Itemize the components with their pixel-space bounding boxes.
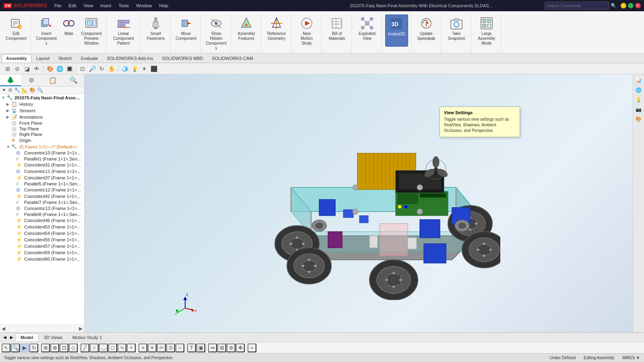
menu-insert[interactable]: Insert: [97, 2, 115, 9]
bt-linear-pattern-bt[interactable]: ⊞: [217, 343, 226, 352]
large-assembly-mode-button[interactable]: Large Assembly Mode: [475, 14, 499, 47]
tree-coincident31[interactable]: ⚡ Coincident31 (Frame 1<1>...: [0, 162, 84, 168]
zoom-in-button[interactable]: 🔎: [88, 64, 97, 73]
view-orientation-button[interactable]: ⊞: [3, 64, 12, 73]
tab-solidworks-cam[interactable]: SOLIDWORKS CAM: [208, 55, 257, 62]
insert-components-button[interactable]: Insert Components: [34, 14, 58, 47]
3d-viewport[interactable]: Y X Z View Settings Toggle various view …: [85, 74, 633, 332]
bt-point[interactable]: •: [127, 343, 136, 352]
tree-coincident57[interactable]: ⚡ Coincident57 (Frame 1<1>...: [0, 243, 84, 249]
minimize-button[interactable]: ─: [621, 3, 626, 8]
tree-coincident46[interactable]: ⚡ Coincident46 (Frame 1<1>...: [0, 217, 84, 224]
lp-tab-search[interactable]: 🔍: [63, 74, 84, 86]
menu-tools[interactable]: Tools: [116, 2, 132, 9]
tree-concentric11[interactable]: ⊙ Concentric11 (Frame 1<1>...: [0, 168, 84, 175]
update-speedpak-button[interactable]: Update Speedpak: [414, 14, 438, 47]
bt-cursor[interactable]: ▶: [20, 343, 29, 352]
new-motion-study-button[interactable]: New Motion Study: [295, 14, 319, 47]
tab-sketch[interactable]: Sketch: [54, 55, 76, 62]
bt-snap4[interactable]: ◇: [69, 343, 78, 352]
tree-coincident59[interactable]: ⚡ Coincident59 (Frame 1<1>...: [0, 249, 84, 256]
apply-scene-button[interactable]: 🌐: [55, 64, 64, 73]
status-units[interactable]: MMGS ▼: [622, 356, 640, 360]
ambient-occlusion-button[interactable]: ⬛: [149, 64, 158, 73]
tab-solidworks-addins[interactable]: SOLIDWORKS Add-Ins: [103, 55, 157, 62]
tree-parallel7[interactable]: // Parallel7 (Frame 1<1>,Sen...: [0, 200, 84, 205]
bt-construction[interactable]: ⌁: [248, 343, 256, 352]
tree-coincident37[interactable]: ⚡ Coincident37 (Frame 1<1>...: [0, 175, 84, 181]
rs-cameras[interactable]: 📷: [634, 105, 643, 114]
bt-offset[interactable]: ⊙: [166, 343, 175, 352]
pan-view-button[interactable]: ✋: [107, 64, 116, 73]
rotate-view-button[interactable]: ↻: [97, 64, 106, 73]
tree-item-origin[interactable]: ✛ Origin: [0, 137, 84, 144]
bt-select[interactable]: ↖: [2, 343, 10, 352]
bt-rect[interactable]: □: [108, 343, 117, 352]
shadows-button[interactable]: ☀: [140, 64, 149, 73]
tree-item-front-plane[interactable]: ⬜ Front Plane: [0, 120, 84, 126]
bt-convert[interactable]: ↔: [175, 343, 184, 352]
linear-component-pattern-button[interactable]: Linear Component Pattern: [109, 14, 138, 47]
edit-appearance-button[interactable]: 🎨: [45, 64, 54, 73]
tree-scroll-right[interactable]: ▶: [79, 326, 83, 331]
bt-relations[interactable]: ≡: [148, 343, 157, 352]
menu-help[interactable]: Help: [156, 2, 171, 9]
lp-tab-clipboard[interactable]: 📋: [42, 74, 63, 86]
bt-snap3[interactable]: ⊡: [60, 343, 68, 352]
move-component-button[interactable]: Move Component: [174, 14, 198, 47]
tree-scroll-left[interactable]: ◀: [2, 326, 5, 331]
bt-circular-pattern[interactable]: ⊛: [227, 343, 235, 352]
bill-of-materials-button[interactable]: Bill of Materials: [325, 14, 349, 47]
maximize-button[interactable]: □: [628, 3, 634, 8]
lp-tab-tree[interactable]: 🌲: [0, 74, 21, 86]
menu-edit[interactable]: Edit: [66, 2, 80, 9]
tab-assembly[interactable]: Assembly: [2, 54, 31, 62]
assembly-features-button[interactable]: Assembly Features: [234, 14, 258, 47]
bt-text[interactable]: T: [187, 343, 196, 352]
btab-3dviews[interactable]: 3D Views: [39, 334, 67, 341]
tree-item-right-plane[interactable]: ⬜ Right Plane: [0, 132, 84, 137]
tree-item-top-plane[interactable]: ⬜ Top Plane: [0, 126, 84, 132]
btab-motion-study[interactable]: Motion Study 1: [68, 334, 107, 341]
3d-view-button[interactable]: 🧊: [120, 64, 129, 73]
btabs-nav-next[interactable]: ▶: [8, 334, 15, 340]
search-input[interactable]: [545, 2, 609, 10]
bt-mirror[interactable]: ⇔: [208, 343, 217, 352]
section-view-button[interactable]: ⊘: [13, 64, 22, 73]
bt-circle[interactable]: ○: [90, 343, 99, 352]
bt-snap1[interactable]: ⊕: [41, 343, 50, 352]
menu-file[interactable]: File: [51, 2, 65, 9]
hide-show-items-button[interactable]: 👁: [32, 64, 41, 73]
tab-solidworks-mbd[interactable]: SOLIDWORKS MBD: [158, 55, 207, 62]
component-preview-window-button[interactable]: Component Preview Window: [79, 14, 103, 47]
bt-spline[interactable]: ∿: [118, 343, 126, 352]
take-snapshot-button[interactable]: Take Snapshot: [444, 14, 469, 47]
tree-parallel1[interactable]: // Parallel1 (Frame 1<1>,Sen...: [0, 156, 84, 162]
close-button[interactable]: ✕: [635, 3, 641, 8]
menu-window[interactable]: Window: [133, 2, 155, 9]
view-settings-button[interactable]: 🔳: [65, 64, 74, 73]
btab-model[interactable]: Model: [15, 333, 39, 341]
tree-coincident42[interactable]: ⚡ Coincident42 (Frame 1<1>...: [0, 193, 84, 200]
reference-geometry-button[interactable]: Reference Geometry: [264, 14, 289, 47]
bt-zoom[interactable]: 🔍: [11, 343, 20, 352]
bt-arc[interactable]: ◡: [99, 343, 108, 352]
menu-view[interactable]: View: [80, 2, 96, 9]
zoom-to-fit-button[interactable]: ⊡: [78, 64, 87, 73]
smart-fasteners-button[interactable]: Smart Fasteners: [144, 14, 168, 47]
bt-smart-dim[interactable]: ⌖: [138, 343, 147, 352]
tree-coincident60[interactable]: ⚡ Coincident60 (Frame 1<1>...: [0, 256, 84, 262]
rs-lights[interactable]: 💡: [634, 95, 643, 104]
tree-item-frame1[interactable]: ▼ 🔧 (f) Frame 1<1>->? (Default<<: [0, 144, 84, 150]
edit-component-button[interactable]: ✎ Edit Component: [4, 14, 28, 47]
tree-coincident54[interactable]: ⚡ Coincident54 (Frame 1<1>...: [0, 230, 84, 237]
rs-display-manager[interactable]: 📊: [634, 76, 643, 85]
mate-button[interactable]: Mate: [59, 14, 78, 47]
tree-coincident53[interactable]: ⚡ Coincident53 (Frame 1<1>...: [0, 224, 84, 230]
bt-trim[interactable]: ✂: [157, 343, 166, 352]
bt-line[interactable]: ╱: [80, 343, 89, 352]
tree-parallel8[interactable]: // Parallel8 (Frame 1<1>,Sen...: [0, 212, 84, 217]
bt-block[interactable]: ▣: [196, 343, 205, 352]
tree-item-history[interactable]: ▶ 📋 History: [0, 101, 84, 107]
display-style-button[interactable]: ◪: [23, 64, 31, 73]
